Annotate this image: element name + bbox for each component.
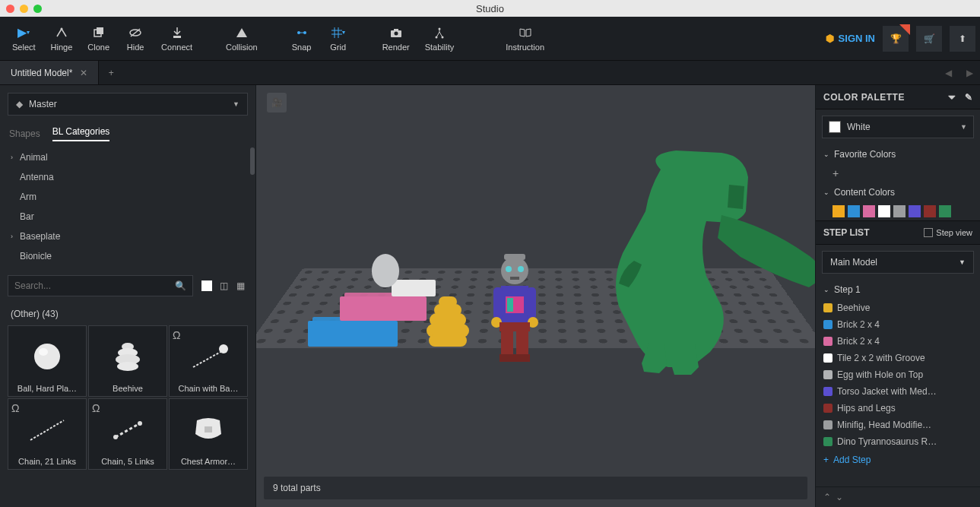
tool-render[interactable]: Render xyxy=(375,23,417,55)
tab-prev[interactable]: ◀ xyxy=(937,61,959,84)
cart-icon: 🛒 xyxy=(924,33,935,44)
parts-grid: Ball, Hard Pla… Beehive ΩChain with Ba… … xyxy=(0,325,255,470)
trophy-icon: 🏆 xyxy=(890,33,902,44)
search-input[interactable]: 🔍 xyxy=(8,275,193,296)
step-1-header[interactable]: ⌄Step 1 xyxy=(816,280,980,299)
part-chain-21[interactable]: ΩChain, 21 Links xyxy=(8,398,87,470)
part-beehive[interactable]: Beehive xyxy=(88,325,167,397)
tab-bl-categories[interactable]: BL Categories xyxy=(52,126,110,141)
view-grid[interactable]: ▦ xyxy=(233,278,248,293)
collapse-icon[interactable]: ⌄ xyxy=(836,492,843,502)
color-swatch[interactable] xyxy=(878,205,890,217)
step-item[interactable]: Torso Jacket with Med… xyxy=(819,383,977,400)
tab-shapes[interactable]: Shapes xyxy=(9,128,40,139)
color-swatch[interactable] xyxy=(893,205,905,217)
upload-icon: ⬆ xyxy=(959,33,966,44)
category-list: ›Animal Antenna Arm Bar ›Baseplate Bioni… xyxy=(0,144,255,269)
model-select[interactable]: Main Model▼ xyxy=(822,251,974,274)
add-favorite-color[interactable]: + xyxy=(816,164,980,182)
tab-untitled[interactable]: Untitled Model* ✕ xyxy=(0,61,99,84)
category-bionicle[interactable]: Bionicle xyxy=(0,246,255,266)
svg-point-16 xyxy=(39,348,48,356)
brick-blue xyxy=(308,321,398,347)
svg-point-25 xyxy=(113,435,118,439)
svg-rect-32 xyxy=(510,277,519,280)
svg-line-24 xyxy=(116,423,140,437)
color-select[interactable]: White ▼ xyxy=(822,116,974,138)
color-name: White xyxy=(847,122,871,132)
step-item[interactable]: Egg with Hole on Top xyxy=(819,366,977,383)
submodel-icon: ◆ xyxy=(16,99,23,109)
color-swatch[interactable] xyxy=(848,205,860,217)
document-tabs: Untitled Model* ✕ + ◀ ▶ xyxy=(0,61,980,85)
color-swatch[interactable] xyxy=(939,205,951,217)
tool-hinge[interactable]: Hinge xyxy=(43,23,81,55)
egg xyxy=(372,254,399,287)
part-ball[interactable]: Ball, Hard Pla… xyxy=(8,325,87,397)
step-item[interactable]: Minifig, Head Modifie… xyxy=(819,417,977,433)
part-chain-ball[interactable]: ΩChain with Ba… xyxy=(169,325,248,397)
status-bar: 9 total parts xyxy=(264,477,807,499)
maximize-window[interactable] xyxy=(33,5,42,13)
category-arm[interactable]: Arm xyxy=(0,187,255,207)
viewport[interactable]: 🎥 xyxy=(256,85,815,507)
eyedropper-icon[interactable]: ✎ xyxy=(965,92,973,103)
tool-clone[interactable]: Clone xyxy=(80,23,117,55)
tool-collision[interactable]: Collision xyxy=(218,23,265,55)
step-item[interactable]: Tile 2 x 2 with Groove xyxy=(819,350,977,366)
titlebar: Studio xyxy=(0,0,980,17)
category-antenna[interactable]: Antenna xyxy=(0,167,255,187)
tool-hide[interactable]: Hide xyxy=(117,23,154,55)
cart-button[interactable]: 🛒 xyxy=(916,26,942,52)
close-window[interactable] xyxy=(6,5,14,13)
signin-button[interactable]: ⬢ SIGN IN xyxy=(826,33,875,44)
tab-next[interactable]: ▶ xyxy=(959,61,980,84)
tool-instruction[interactable]: Instruction xyxy=(498,23,552,55)
svg-rect-39 xyxy=(500,322,530,331)
step-item[interactable]: Brick 2 x 4 xyxy=(819,333,977,350)
color-swatch[interactable] xyxy=(909,205,921,217)
svg-point-0 xyxy=(60,27,62,30)
step-view-toggle[interactable]: Step view xyxy=(924,228,972,237)
tool-stability[interactable]: Stability xyxy=(417,23,462,55)
step-item[interactable]: Brick 2 x 4 xyxy=(819,316,977,333)
svg-point-11 xyxy=(394,31,398,35)
add-tab-button[interactable]: + xyxy=(99,61,123,84)
tool-connect[interactable]: Connect xyxy=(154,23,200,55)
color-swatch[interactable] xyxy=(863,205,875,217)
svg-rect-2 xyxy=(97,27,103,34)
svg-point-26 xyxy=(138,421,142,426)
upload-button[interactable]: ⬆ xyxy=(950,26,975,52)
part-chain-5[interactable]: ΩChain, 5 Links xyxy=(88,398,167,470)
tool-snap[interactable]: Snap xyxy=(284,23,320,55)
step-item[interactable]: Beehive xyxy=(819,299,977,316)
filter-icon[interactable]: ⏷ xyxy=(947,92,957,103)
color-palette-header: COLOR PALETTE ⏷ ✎ xyxy=(816,85,980,109)
svg-rect-40 xyxy=(501,331,513,356)
add-step-button[interactable]: +Add Step xyxy=(816,450,980,470)
favorite-colors-section[interactable]: ⌄Favorite Colors xyxy=(816,144,980,164)
master-dropdown[interactable]: ◆ Master ▼ xyxy=(8,93,248,116)
content-colors-section[interactable]: ⌄Content Colors xyxy=(816,182,980,202)
color-swatch[interactable] xyxy=(833,205,845,217)
collapse-icon[interactable]: ⌃ xyxy=(823,492,831,502)
svg-rect-42 xyxy=(500,354,515,362)
category-animal[interactable]: ›Animal xyxy=(0,147,255,167)
step-item[interactable]: Hips and Legs xyxy=(819,400,977,417)
tab-label: Untitled Model* xyxy=(11,68,72,78)
category-baseplate[interactable]: ›Baseplate xyxy=(0,227,255,246)
achievements-button[interactable]: 🏆 xyxy=(883,26,909,52)
tool-select[interactable]: ▶▾Select xyxy=(5,23,43,55)
category-bar[interactable]: Bar xyxy=(0,207,255,227)
step-item[interactable]: Dino Tyrannosaurus R… xyxy=(819,433,977,450)
minimize-window[interactable] xyxy=(20,5,28,13)
close-tab-icon[interactable]: ✕ xyxy=(80,68,87,78)
color-swatch[interactable] xyxy=(924,205,936,217)
svg-line-23 xyxy=(30,420,64,440)
tool-grid[interactable]: ▾Grid xyxy=(320,23,357,55)
scrollbar-thumb[interactable] xyxy=(250,147,255,175)
chevron-down-icon: ▼ xyxy=(233,100,239,108)
view-outline[interactable]: ◫ xyxy=(216,278,231,293)
view-solid[interactable] xyxy=(201,280,212,291)
part-chest-armor[interactable]: Chest Armor… xyxy=(169,398,248,470)
